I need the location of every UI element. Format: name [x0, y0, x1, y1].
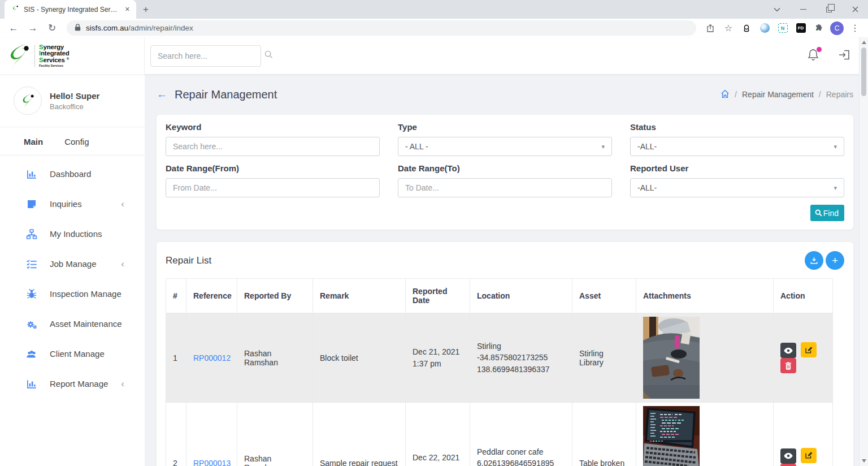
row-number: 1 — [166, 313, 186, 403]
attachments-cell — [636, 403, 774, 466]
action-cell — [774, 403, 833, 466]
global-search-input[interactable] — [158, 51, 260, 61]
notification-dot — [817, 47, 822, 52]
page-scrollbar[interactable] — [859, 37, 868, 466]
attachment-thumbnail[interactable] — [643, 317, 700, 399]
bug-icon — [26, 288, 37, 300]
sidebar-item-inspection-manage[interactable]: Inspection Manage — [0, 279, 145, 309]
browser-reload-button[interactable]: ↻ — [44, 22, 60, 34]
page-back-button[interactable]: ← — [157, 88, 167, 101]
location-cell: Peddlar coner cafe 6.0261396846591895 80… — [470, 403, 572, 466]
add-repair-button[interactable]: + — [826, 251, 844, 270]
attachment-thumbnail[interactable] — [643, 406, 700, 466]
sidebar-item-my-inductions[interactable]: My Inductions — [0, 219, 145, 249]
reported-by-cell: Rashan Ramshan — [237, 313, 313, 403]
browser-back-button[interactable]: ← — [6, 23, 21, 34]
browser-toolbar: ← → ↻ sisfs.com.au/admin/repair/index ☆ … — [0, 19, 868, 37]
sidebar-item-dashboard[interactable]: Dashboard — [0, 159, 145, 189]
search-icon — [264, 50, 273, 61]
remark-cell: Sample repair request — [313, 403, 406, 466]
table-row: 1 RP000012 Rashan Ramshan Block toilet D… — [166, 313, 833, 403]
reported-by-cell: Rashan Ramshan — [237, 403, 313, 466]
status-select[interactable]: -ALL- ▾ — [630, 137, 844, 156]
reported-user-select[interactable]: -ALL- ▾ — [630, 178, 844, 197]
edit-button[interactable] — [801, 448, 817, 463]
main-content: ← Repair Management / Repair Management … — [145, 74, 868, 466]
type-field: Type - ALL - ▾ — [398, 122, 612, 156]
extension-swirl-icon[interactable] — [757, 23, 772, 33]
tab-close-button[interactable]: ✕ — [123, 6, 132, 13]
logo-divider — [34, 45, 35, 67]
bookmark-star-icon[interactable]: ☆ — [721, 23, 736, 33]
browser-forward-button[interactable]: → — [25, 23, 41, 34]
address-bar[interactable]: sisfs.com.au/admin/repair/index — [67, 20, 696, 36]
tab-config[interactable]: Config — [64, 137, 89, 146]
share-icon[interactable] — [703, 24, 718, 33]
date-from-input[interactable] — [166, 178, 380, 197]
gears-icon — [26, 318, 37, 330]
extensions-puzzle-icon[interactable] — [811, 24, 826, 33]
table-header-row: # Reference Reported By Remark Reported … — [166, 279, 833, 313]
url-path: /admin/repair/index — [128, 24, 193, 32]
reference-link[interactable]: RP000012 — [193, 353, 231, 363]
date-from-field: Date Range(From) — [166, 163, 380, 197]
location-cell: Stirling -34.8575802173255 138.669948139… — [470, 313, 572, 403]
app-logo[interactable]: Synergy Integrated Services ® Facility S… — [0, 37, 145, 74]
sidebar-item-inquiries[interactable]: Inquiries ‹ — [0, 189, 145, 219]
notifications-bell-icon[interactable] — [807, 48, 819, 64]
breadcrumb-repair-management[interactable]: Repair Management — [742, 90, 814, 99]
sidebar-tabs: Main Config — [0, 127, 145, 155]
profile-avatar[interactable]: C — [830, 21, 844, 35]
keyword-input[interactable] — [166, 137, 380, 156]
sidebar-item-asset-maintenance[interactable]: Asset Maintenance — [0, 309, 145, 339]
browser-tab[interactable]: SIS - Synergy Integrated Service ✕ — [5, 0, 136, 19]
window-close-button[interactable] — [842, 0, 868, 19]
browser-menu-icon[interactable]: ⋮ — [848, 23, 862, 33]
tab-main[interactable]: Main — [24, 137, 43, 146]
extension-n-icon[interactable]: N — [775, 23, 790, 33]
sidebar-item-client-manage[interactable]: Client Manage — [0, 339, 145, 369]
tab-title: SIS - Synergy Integrated Service — [24, 6, 119, 14]
sitemap-icon — [26, 228, 37, 240]
sidebar-item-job-manage[interactable]: Job Manage ‹ — [0, 249, 145, 279]
delete-button[interactable] — [780, 358, 796, 373]
scrollbar-thumb[interactable] — [861, 48, 866, 96]
new-tab-button[interactable]: + — [143, 4, 149, 15]
action-cell — [774, 313, 833, 403]
user-block: Hello! Super Backoffice — [0, 74, 145, 115]
tab-list-chevron-icon[interactable] — [764, 0, 790, 19]
find-button[interactable]: Find — [810, 205, 844, 221]
window-restore-button[interactable] — [816, 0, 842, 19]
sidebar-item-report-manage[interactable]: Report Manage ‹ — [0, 369, 145, 399]
page-header: ← Repair Management / Repair Management … — [157, 74, 853, 115]
type-select[interactable]: - ALL - ▾ — [398, 137, 612, 156]
extension-fd-icon[interactable]: FD — [793, 23, 808, 33]
caret-down-icon: ▾ — [601, 143, 605, 150]
repair-list-panel: Repair List + # — [157, 242, 853, 466]
view-button[interactable] — [780, 448, 796, 464]
home-icon[interactable] — [721, 89, 730, 100]
user-avatar[interactable] — [14, 87, 42, 115]
attachments-cell — [636, 313, 774, 403]
edit-button[interactable] — [801, 342, 817, 357]
eye-icon — [784, 347, 793, 354]
export-download-button[interactable] — [805, 251, 823, 270]
scrollbar-up-arrow[interactable] — [862, 41, 866, 44]
reference-link[interactable]: RP000013 — [193, 459, 231, 466]
remark-cell: Block toilet — [313, 313, 406, 403]
asset-cell: Stirling Library — [572, 313, 636, 403]
delete-button[interactable] — [780, 464, 796, 466]
table-row: 2 RP000013 Rashan Ramshan Sample repair … — [166, 403, 833, 466]
sidebar-menu: Dashboard Inquiries ‹ My Inductions Job … — [0, 156, 145, 399]
view-button[interactable] — [780, 343, 796, 358]
reported-date-cell: Dec 21, 2021 1:37 pm — [406, 313, 470, 403]
eye-icon — [784, 452, 793, 459]
scrollbar-down-arrow[interactable] — [862, 459, 866, 463]
users-icon — [26, 348, 37, 360]
breadcrumb-repairs: Repairs — [826, 90, 853, 99]
date-to-input[interactable] — [398, 178, 612, 197]
site-favicon-icon — [11, 5, 19, 15]
extension-pretzel-icon[interactable] — [739, 24, 754, 33]
logout-icon[interactable] — [837, 48, 851, 64]
window-minimize-button[interactable] — [790, 0, 816, 19]
